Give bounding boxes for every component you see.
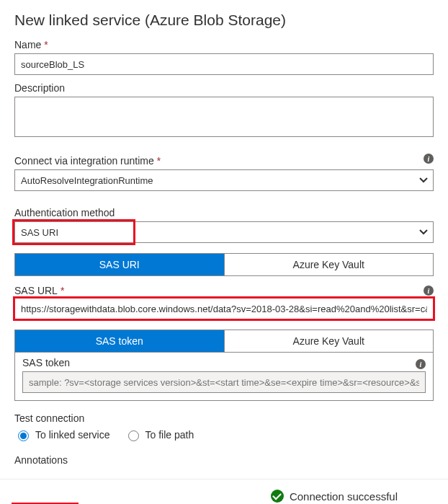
radio-filepath-input[interactable]: [128, 430, 139, 441]
connection-status: Connection successful: [271, 490, 398, 503]
auth-label: Authentication method: [14, 207, 434, 218]
description-input[interactable]: [14, 97, 434, 137]
tab-sas-uri[interactable]: SAS URI: [15, 254, 224, 275]
page-title: New linked service (Azure Blob Storage): [14, 12, 434, 29]
test-connection-label: Test connection: [14, 412, 434, 424]
sas-token-input[interactable]: [22, 371, 426, 393]
name-input[interactable]: [14, 53, 434, 75]
radio-to-linked-service[interactable]: To linked service: [14, 428, 110, 441]
runtime-select[interactable]: [14, 169, 434, 191]
tab-key-vault[interactable]: Azure Key Vault: [224, 254, 434, 275]
tab-token-key-vault[interactable]: Azure Key Vault: [224, 330, 434, 352]
sas-token-label: SAS token: [22, 357, 70, 368]
name-label: Name*: [14, 39, 434, 50]
description-label: Description: [14, 82, 434, 94]
info-icon[interactable]: i: [424, 286, 434, 296]
sas-url-input[interactable]: [14, 298, 434, 319]
token-tabs: SAS token Azure Key Vault: [14, 330, 434, 353]
auth-tabs: SAS URI Azure Key Vault: [14, 253, 434, 276]
check-circle-icon: [271, 490, 284, 503]
info-icon[interactable]: i: [424, 154, 434, 164]
info-icon[interactable]: i: [416, 359, 426, 369]
radio-to-file-path[interactable]: To file path: [125, 428, 194, 441]
radio-service-input[interactable]: [18, 430, 29, 441]
annotations-label: Annotations: [14, 454, 434, 466]
tab-sas-token[interactable]: SAS token: [15, 330, 224, 352]
auth-select[interactable]: [14, 221, 434, 243]
runtime-label: Connect via integration runtime*: [14, 155, 161, 167]
sas-url-label: SAS URL*: [14, 285, 64, 296]
